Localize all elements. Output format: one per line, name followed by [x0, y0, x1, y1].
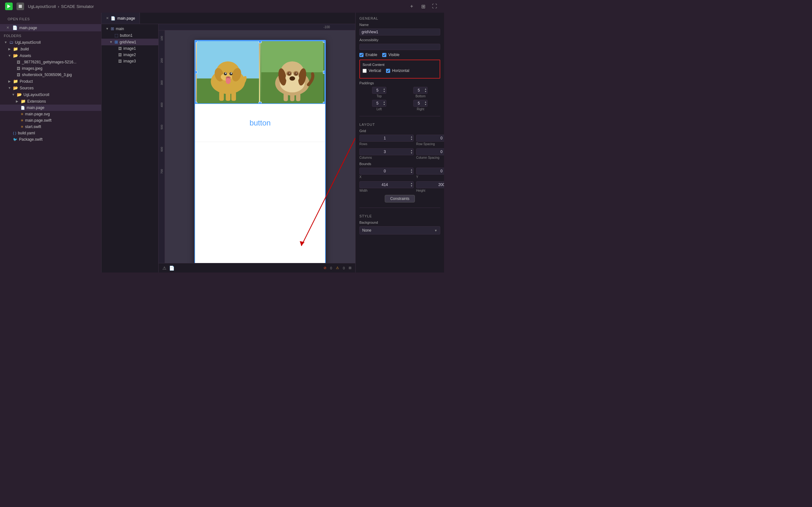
columns-input[interactable]	[360, 150, 410, 154]
selection-handle-top[interactable]	[258, 41, 262, 43]
x-input-wrap[interactable]: ▲ ▼	[359, 168, 414, 175]
padding-left-wrap[interactable]: ▲ ▼	[372, 100, 386, 107]
columns-input-wrap[interactable]: ▲ ▼	[359, 148, 414, 155]
padding-top-stepper[interactable]: ▲ ▼	[383, 88, 386, 93]
tree-item-main-swift[interactable]: ▶ ✳ main.page.swift	[0, 117, 101, 124]
selection-handle-tl[interactable]	[195, 41, 197, 43]
horizontal-checkbox[interactable]	[386, 69, 390, 73]
tree-item-build-yaml[interactable]: ▶ { } build.yaml	[0, 130, 101, 136]
selection-handle-tr[interactable]	[323, 41, 325, 43]
tree-item-product[interactable]: ▶ 📁 Product	[0, 78, 101, 84]
tree-item-ug[interactable]: ▼ 🗂 UgLayoutScroll	[0, 39, 101, 46]
canvas-content[interactable]: button	[165, 31, 355, 263]
stepper-up[interactable]: ▲	[410, 135, 413, 138]
x-input[interactable]	[360, 169, 410, 173]
tab-close-icon[interactable]: ✕	[106, 16, 109, 20]
tree-item-package-swift[interactable]: ▶ 🐦 Package.swift	[0, 136, 101, 143]
tree-item-start-swift[interactable]: ▶ ✳ start.swift	[0, 124, 101, 130]
height-input-wrap[interactable]: ▲ ▼	[416, 181, 444, 188]
height-input[interactable]	[416, 182, 444, 187]
stepper-down[interactable]: ▼	[410, 152, 413, 154]
tab-label: main.page	[117, 16, 135, 20]
stepper-down[interactable]: ▼	[383, 103, 386, 106]
scene-node-button1[interactable]: ▶ ⬚ button1	[101, 32, 158, 39]
width-input[interactable]	[360, 182, 410, 187]
warning-icon: ⚠	[336, 266, 339, 270]
x-stepper[interactable]: ▲ ▼	[410, 169, 413, 174]
padding-left-input[interactable]	[372, 101, 383, 106]
rows-stepper[interactable]: ▲ ▼	[410, 135, 413, 141]
stepper-up[interactable]: ▲	[383, 88, 386, 90]
tree-item-ug-src[interactable]: ▼ 📂 UgLayoutScroll	[0, 91, 101, 98]
stepper-down[interactable]: ▼	[410, 185, 413, 187]
accessibility-field[interactable]	[359, 44, 440, 50]
visible-checkbox[interactable]	[382, 53, 386, 57]
stepper-down[interactable]: ▼	[410, 171, 413, 174]
tree-item-img1[interactable]: ▶ 🖼 _98776281_gettyimages-5216...	[0, 59, 101, 65]
enable-checkbox[interactable]	[359, 53, 363, 57]
background-dropdown[interactable]: None ▼	[359, 226, 440, 234]
padding-left-stepper[interactable]: ▲ ▼	[383, 101, 386, 106]
rows-input[interactable]	[360, 136, 410, 140]
selection-handle-br[interactable]	[323, 102, 325, 104]
columns-stepper[interactable]: ▲ ▼	[410, 149, 413, 155]
stepper-down[interactable]: ▼	[424, 103, 426, 106]
row-spacing-input-wrap[interactable]: ▲ ▼	[416, 135, 444, 142]
stepper-up[interactable]: ▲	[410, 182, 413, 185]
fullscreen-button[interactable]: ⛶	[430, 2, 439, 11]
stepper-up[interactable]: ▲	[410, 169, 413, 171]
selection-handle-left[interactable]	[195, 71, 197, 74]
scene-node-gridview1[interactable]: ▼ ⊞ gridView1	[101, 39, 158, 45]
tab-main-page[interactable]: ✕ 📄 main.page	[101, 13, 140, 24]
padding-bottom-wrap[interactable]: ▲ ▼	[413, 87, 427, 94]
tree-item-extensions[interactable]: ▶ 📁 Extensions	[0, 98, 101, 105]
tree-item-img2[interactable]: ▶ 🖼 images.jpeg	[0, 65, 101, 72]
vertical-checkbox[interactable]	[362, 69, 367, 73]
padding-right-input[interactable]	[414, 101, 424, 106]
constraints-button[interactable]: Constraints	[385, 195, 415, 203]
name-field[interactable]	[359, 29, 440, 36]
y-input-wrap[interactable]: ▲ ▼	[416, 168, 444, 175]
padding-right-wrap[interactable]: ▲ ▼	[413, 100, 427, 107]
selection-handle-bl[interactable]	[195, 102, 197, 104]
padding-bottom-stepper[interactable]: ▲ ▼	[424, 88, 427, 93]
stepper-up[interactable]: ▲	[410, 149, 413, 152]
scene-node-image3[interactable]: ▶ 🖼 image3	[101, 58, 158, 64]
columns-group: ▲ ▼ Columns	[359, 148, 414, 159]
selection-handle-bottom[interactable]	[258, 102, 262, 104]
scene-node-image1[interactable]: ▶ 🖼 image1	[101, 45, 158, 52]
grid-view[interactable]	[195, 41, 325, 104]
padding-bottom-input[interactable]	[414, 88, 424, 93]
column-spacing-input[interactable]	[416, 150, 444, 154]
scene-node-main[interactable]: ▼ ⊞ main	[101, 25, 158, 32]
stepper-down[interactable]: ▼	[410, 138, 413, 141]
selection-handle-right[interactable]	[323, 71, 325, 74]
width-stepper[interactable]: ▲ ▼	[410, 182, 413, 187]
y-input[interactable]	[416, 169, 444, 173]
column-spacing-input-wrap[interactable]: ▲ ▼	[416, 148, 444, 155]
close-file-icon[interactable]: ✕	[6, 26, 9, 30]
stepper-down[interactable]: ▼	[383, 90, 386, 93]
padding-top-input[interactable]	[372, 88, 383, 93]
scene-node-image2[interactable]: ▶ 🖼 image2	[101, 52, 158, 58]
stepper-down[interactable]: ▼	[424, 90, 426, 93]
tree-item-sources[interactable]: ▼ 📂 Sources	[0, 84, 101, 91]
rows-input-wrap[interactable]: ▲ ▼	[359, 135, 414, 142]
tree-item-img3[interactable]: ▶ 🖼 shutterstock_50365096_3.jpg	[0, 72, 101, 78]
tree-item-main-svg[interactable]: ▶ ✳ main.page.svg	[0, 111, 101, 117]
add-button[interactable]: +	[407, 2, 416, 11]
tree-item-assets[interactable]: ▼ 📂 Assets	[0, 52, 101, 59]
padding-top-wrap[interactable]: ▲ ▼	[372, 87, 386, 94]
row-spacing-input[interactable]	[416, 136, 444, 140]
padding-right-stepper[interactable]: ▲ ▼	[424, 101, 427, 106]
tree-item-build[interactable]: ▶ 📁 .build	[0, 46, 101, 52]
open-file-item[interactable]: ✕ 📄 main.page	[0, 24, 101, 32]
tree-item-main-page[interactable]: ▶ 📄 main.page	[0, 105, 101, 111]
stepper-up[interactable]: ▲	[424, 101, 426, 103]
play-button[interactable]	[5, 3, 13, 10]
stepper-up[interactable]: ▲	[424, 88, 426, 90]
stop-button[interactable]	[16, 3, 24, 10]
stepper-up[interactable]: ▲	[383, 101, 386, 103]
layout-toggle-button[interactable]: ⊞	[419, 2, 427, 11]
width-input-wrap[interactable]: ▲ ▼	[359, 181, 414, 188]
